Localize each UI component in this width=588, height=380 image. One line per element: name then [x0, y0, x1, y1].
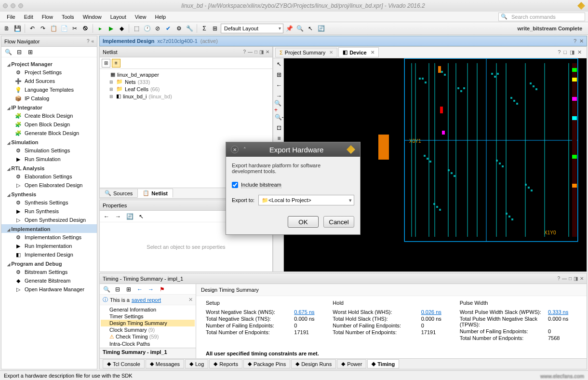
- netlist-row[interactable]: ⊞◧linux_bd_i (linux_bd): [102, 93, 270, 100]
- close-window-icon[interactable]: [3, 3, 8, 8]
- paste-icon[interactable]: 📄: [59, 24, 69, 33]
- close-icon[interactable]: ✕: [577, 49, 582, 55]
- nav-item[interactable]: ▶Run Simulation: [1, 155, 97, 163]
- undo-icon[interactable]: ↶: [27, 24, 37, 33]
- saved-report-link[interactable]: saved report: [132, 297, 161, 303]
- minimize-icon[interactable]: —: [562, 276, 567, 281]
- dialog-titlebar[interactable]: ✕ ˄ Export Hardware: [226, 142, 360, 157]
- netlist-root[interactable]: linux_bd_wrapper: [117, 72, 159, 78]
- nav-section[interactable]: Simulation: [1, 137, 97, 146]
- tab-project-summary[interactable]: ΣProject Summary✕: [275, 48, 337, 57]
- close-icon[interactable]: ✕: [266, 49, 269, 54]
- menu-view[interactable]: View: [131, 13, 150, 21]
- copy-icon[interactable]: 📋: [49, 24, 58, 33]
- wrench-icon[interactable]: 🔧: [185, 24, 194, 33]
- tool-icon[interactable]: ⬚: [132, 24, 141, 33]
- help-icon[interactable]: ?: [574, 38, 576, 44]
- run-impl-icon[interactable]: ▶: [106, 24, 116, 33]
- zoom-out-icon[interactable]: 🔍-: [274, 112, 284, 122]
- nav-section[interactable]: RTL Analysis: [1, 163, 97, 172]
- menu-edit[interactable]: Edit: [20, 13, 37, 21]
- help-icon[interactable]: ?: [87, 39, 90, 44]
- maximize-icon[interactable]: □: [563, 49, 567, 55]
- settings-icon[interactable]: ⚙: [174, 24, 184, 33]
- next-icon[interactable]: →: [146, 285, 156, 294]
- cancel-button[interactable]: Cancel: [323, 216, 354, 228]
- forward-icon[interactable]: →: [113, 212, 123, 221]
- zoom-in-icon[interactable]: 🔍+: [274, 102, 284, 111]
- nav-section[interactable]: Program and Debug: [1, 259, 97, 268]
- bottom-tab[interactable]: ◆Power: [337, 359, 366, 368]
- timing-tree-item[interactable]: Clock Summary (9): [101, 326, 195, 333]
- dialog-up-icon[interactable]: ˄: [243, 147, 246, 153]
- cursor-icon[interactable]: ↖: [306, 24, 315, 33]
- bottom-tab[interactable]: ◆Timing: [367, 359, 399, 368]
- menu-flow[interactable]: Flow: [38, 13, 57, 21]
- back-icon[interactable]: ←: [102, 212, 111, 221]
- collapse-all-icon[interactable]: ⊟: [14, 47, 24, 57]
- tab-netlist[interactable]: 📋 Netlist: [137, 189, 173, 198]
- ok-button[interactable]: OK: [288, 216, 319, 228]
- timing-tree-item[interactable]: Intra-Clock Paths: [101, 340, 195, 347]
- nav-item[interactable]: 💡Language Templates: [1, 85, 97, 94]
- nav-item[interactable]: ⚙Simulation Settings: [1, 146, 97, 155]
- timing-tree-item[interactable]: General Information: [101, 306, 195, 313]
- menu-window[interactable]: Window: [79, 13, 106, 21]
- search-icon[interactable]: 🔍: [102, 285, 111, 294]
- tab-device[interactable]: ◧Device✕: [338, 47, 378, 57]
- save-icon[interactable]: 💾: [13, 24, 22, 33]
- nav-item[interactable]: ⚙Elaboration Settings: [1, 172, 97, 181]
- bottom-tab[interactable]: ◆Design Runs: [291, 359, 336, 368]
- help-icon[interactable]: ?: [243, 49, 246, 54]
- tab-sources[interactable]: 🔍 Sources: [99, 189, 138, 198]
- timing-tree-item[interactable]: ⚠ Check Timing (59): [101, 333, 195, 340]
- menu-file[interactable]: File: [3, 13, 19, 21]
- nav-item[interactable]: ⚙Synthesis Settings: [1, 198, 97, 207]
- run-synthesis-icon[interactable]: ▸: [95, 24, 105, 33]
- restore-icon[interactable]: ◨: [574, 276, 578, 281]
- bottom-tab[interactable]: ◆Reports: [209, 359, 242, 368]
- export-to-dropdown[interactable]: 📁 <Local to Project>: [258, 195, 354, 205]
- layout-icon[interactable]: ⊞: [210, 24, 220, 33]
- tree-view-icon[interactable]: ⊞: [102, 59, 110, 68]
- netlist-row[interactable]: ⊞📁Leaf Cells (66): [102, 85, 270, 93]
- nav-item[interactable]: 🧩Open Block Design: [1, 120, 97, 129]
- dialog-close-icon[interactable]: ✕: [231, 146, 239, 153]
- include-bitstream-label[interactable]: Include bitstream: [241, 182, 281, 188]
- menu-help[interactable]: Help: [151, 13, 170, 21]
- bottom-tab[interactable]: ◆Tcl Console: [103, 359, 145, 368]
- sync-icon[interactable]: 🔄: [125, 212, 134, 221]
- grid-icon[interactable]: ⊞: [274, 70, 284, 80]
- bottom-tab[interactable]: ◆Package Pins: [243, 359, 290, 368]
- nav-item[interactable]: 🧩Create Block Design: [1, 111, 97, 120]
- generate-bitstream-icon[interactable]: ◆: [117, 24, 126, 33]
- close-icon[interactable]: ✕: [329, 50, 333, 55]
- check-icon[interactable]: ✔: [163, 24, 173, 33]
- cursor-icon[interactable]: ↖: [136, 212, 146, 221]
- maximize-window-icon[interactable]: [18, 3, 23, 8]
- nav-item[interactable]: ▷Open Hardware Manager: [1, 285, 97, 294]
- delete-icon[interactable]: 🛇: [80, 24, 90, 33]
- prev-icon[interactable]: ←: [135, 285, 145, 294]
- nav-item[interactable]: ▷Open Elaborated Design: [1, 181, 97, 190]
- maximize-icon[interactable]: □: [569, 276, 572, 281]
- nav-item[interactable]: ◆Generate Bitstream: [1, 276, 97, 285]
- nav-item[interactable]: ◧Implemented Design: [1, 250, 97, 259]
- timing-value-link[interactable]: 0.675 ns: [294, 309, 314, 315]
- netlist-row[interactable]: ⊞📁Nets (333): [102, 78, 270, 85]
- menu-tools[interactable]: Tools: [58, 13, 78, 21]
- timing-tree-item[interactable]: Timer Settings: [101, 313, 195, 320]
- nav-item[interactable]: ▶Run Synthesis: [1, 207, 97, 216]
- layout-dropdown[interactable]: Default Layout: [221, 24, 283, 33]
- cut-icon[interactable]: ✂: [70, 24, 80, 33]
- nav-item[interactable]: ➕Add Sources: [1, 77, 97, 85]
- minimize-window-icon[interactable]: [11, 3, 15, 8]
- find-icon[interactable]: 🔍: [295, 24, 305, 33]
- nav-item[interactable]: ▷Open Synthesized Design: [1, 216, 97, 224]
- search-commands-input[interactable]: 🔍 Search commands: [498, 13, 585, 21]
- nav-section[interactable]: Implementation: [1, 224, 97, 233]
- close-icon[interactable]: ✕: [580, 276, 584, 281]
- collapse-icon[interactable]: ⊟: [113, 285, 122, 294]
- nav-item[interactable]: 📦IP Catalog: [1, 94, 97, 103]
- forward-icon[interactable]: →: [274, 91, 284, 101]
